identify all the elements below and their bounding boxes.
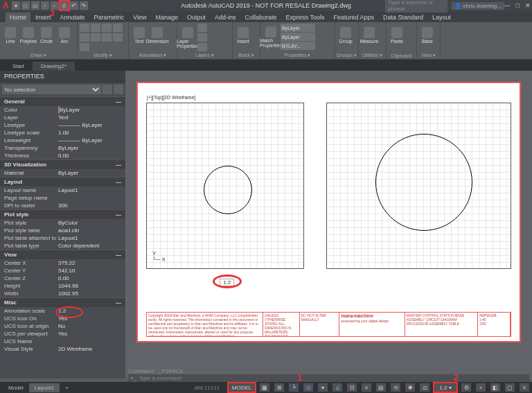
add-layout-button[interactable]: + <box>60 383 74 392</box>
text-button[interactable]: Text <box>131 24 148 47</box>
property-row[interactable]: Linetype scale1.00 <box>0 129 125 137</box>
move-icon[interactable] <box>80 24 89 32</box>
paste-button[interactable]: Paste <box>389 24 405 47</box>
viewport-1[interactable]: [+][Top][2D Wireframe] Y└─ X <box>146 103 304 269</box>
match-properties-button[interactable]: Match Properties <box>263 25 279 49</box>
layout-tab[interactable]: Layout1 <box>29 383 60 392</box>
undo-icon[interactable]: ↶ <box>70 1 78 10</box>
clean-screen-icon[interactable]: ▢ <box>505 383 515 392</box>
property-row[interactable]: MaterialByLayer <box>0 169 125 177</box>
property-row[interactable]: DPI to raster300 <box>0 202 125 209</box>
file-tab[interactable]: Drawing2* <box>33 62 75 71</box>
property-row[interactable]: Linetype———— ByLayer <box>0 121 125 129</box>
property-row[interactable]: TransparencyByLayer <box>0 144 125 152</box>
scale-icon[interactable] <box>113 33 123 42</box>
property-row[interactable]: Visual Style2D Wireframe <box>0 345 125 353</box>
arc-button[interactable]: Arc <box>56 24 73 47</box>
hardware-accel-icon[interactable]: ◧ <box>490 383 500 392</box>
snap-icon[interactable]: ⊞ <box>274 383 284 392</box>
command-input[interactable]: Type a command <box>139 375 181 381</box>
minimize-icon[interactable]: — <box>504 2 511 9</box>
selection-cycling-icon[interactable]: ⟲ <box>391 383 400 392</box>
property-row[interactable]: LayerText <box>0 114 125 121</box>
pickadd-icon[interactable] <box>114 85 123 94</box>
property-row[interactable]: Height1044.98 <box>0 282 125 290</box>
ribbon-tab-parametric[interactable]: Parametric <box>90 12 129 22</box>
property-row[interactable]: UCS Name <box>0 338 125 345</box>
property-row[interactable]: Center Y542.10 <box>0 267 125 274</box>
polyline-button[interactable]: Polyline <box>20 24 37 47</box>
layer-properties-button[interactable]: Layer Properties <box>179 26 196 49</box>
new-icon[interactable]: □ <box>21 1 30 10</box>
property-row[interactable]: Color ByLayer <box>0 106 125 114</box>
fillet-icon[interactable] <box>91 33 100 42</box>
annotation-visibility-icon[interactable]: ✱ <box>405 383 415 392</box>
property-row[interactable]: Thickness0.00 <box>0 152 125 159</box>
property-row[interactable]: UCS icon at originNo <box>0 322 125 330</box>
property-row[interactable]: Center Z0.00 <box>0 274 125 282</box>
isodraft-icon[interactable]: ▾ <box>318 383 328 392</box>
property-section-header[interactable]: 3D Visualization— <box>0 159 125 169</box>
annotation-scale-button[interactable]: 1:2 ▾ <box>434 383 456 392</box>
property-row[interactable]: Width1002.95 <box>0 290 125 297</box>
close-icon[interactable]: ✕ <box>525 2 531 9</box>
property-row[interactable]: Plot style tableacad.ctb <box>0 227 125 234</box>
plot-icon[interactable]: ⎙ <box>60 1 69 10</box>
command-line[interactable]: Command: ._PSPACE >_ Type a command <box>125 368 532 382</box>
ribbon-tab-featured-apps[interactable]: Featured Apps <box>329 12 378 22</box>
help-search[interactable]: Type a keyword or phrase <box>385 0 447 12</box>
group-button[interactable]: Group <box>337 24 354 47</box>
ortho-icon[interactable]: ┗ <box>289 383 299 392</box>
layer-lock-icon[interactable] <box>197 43 207 51</box>
property-row[interactable]: Plot table attached toLayout1 <box>0 234 125 242</box>
model-space-button[interactable]: MODEL <box>229 383 255 392</box>
property-section-header[interactable]: View— <box>0 250 125 259</box>
measure-button[interactable]: Measure <box>361 24 378 47</box>
quick-select-icon[interactable] <box>103 85 112 94</box>
ribbon-tab-collaborate[interactable]: Collaborate <box>241 12 281 22</box>
mirror-icon[interactable] <box>80 33 89 42</box>
property-section-header[interactable]: Layout— <box>0 177 125 186</box>
file-tab[interactable]: Start <box>4 62 33 71</box>
copy-icon[interactable] <box>113 24 123 32</box>
ribbon-tab-home[interactable]: Home <box>6 12 30 22</box>
user-menu[interactable]: 👤 chris.downing... <box>452 2 504 10</box>
ribbon-tab-add-ins[interactable]: Add-ins <box>211 12 240 22</box>
property-row[interactable]: Layout nameLayout1 <box>0 186 125 194</box>
property-row[interactable]: Plot table typeColor dependent <box>0 242 125 250</box>
property-section-header[interactable]: Misc— <box>0 297 125 307</box>
ribbon-tab-output[interactable]: Output <box>183 12 210 22</box>
drawing-area[interactable]: [+][Top][2D Wireframe] Y└─ X 1:2 Copyrig… <box>125 71 532 378</box>
selection-dropdown[interactable]: No selection <box>2 85 101 94</box>
layer-off-icon[interactable] <box>197 24 207 32</box>
dimension-button[interactable]: Dimension <box>149 24 166 47</box>
property-dropdown[interactable]: ByLayer <box>281 33 315 41</box>
property-row[interactable]: Plot styleByColor <box>0 219 125 227</box>
array-icon[interactable] <box>80 43 89 51</box>
stretch-icon[interactable] <box>102 33 112 42</box>
layer-freeze-icon[interactable] <box>197 33 207 42</box>
rotate-icon[interactable] <box>91 24 100 32</box>
circle-button[interactable]: Circle <box>38 24 55 47</box>
line-button[interactable]: Line <box>2 24 19 47</box>
ribbon-tab-annotate[interactable]: Annotate <box>56 12 89 22</box>
property-section-header[interactable]: General— <box>0 96 125 106</box>
ribbon-tab-express-tools[interactable]: Express Tools <box>282 12 329 22</box>
ribbon-tab-manage[interactable]: Manage <box>151 12 182 22</box>
property-section-header[interactable]: Plot style— <box>0 209 125 219</box>
ribbon-tab-data-standard[interactable]: Data Standard <box>379 12 427 22</box>
otrack-icon[interactable]: ⊡ <box>347 383 357 392</box>
transparency-icon[interactable]: ▤ <box>376 383 386 392</box>
property-row[interactable]: UCS per viewportYes <box>0 330 125 338</box>
property-row[interactable]: Center X375.22 <box>0 259 125 267</box>
qat-menu[interactable]: ▾ <box>12 1 20 10</box>
autoscale-icon[interactable]: ⚖ <box>420 383 429 392</box>
grid-icon[interactable]: ▦ <box>260 383 269 392</box>
base-button[interactable]: Base <box>419 24 436 47</box>
property-row[interactable]: Lineweight———— ByLayer <box>0 137 125 144</box>
polar-icon[interactable]: ⊙ <box>303 383 313 392</box>
property-row[interactable]: Page setup name <box>0 194 125 202</box>
lineweight-icon[interactable]: ≡ <box>362 383 371 392</box>
annotation-monitor-icon[interactable]: + <box>476 383 486 392</box>
viewport-2[interactable] <box>326 103 511 269</box>
